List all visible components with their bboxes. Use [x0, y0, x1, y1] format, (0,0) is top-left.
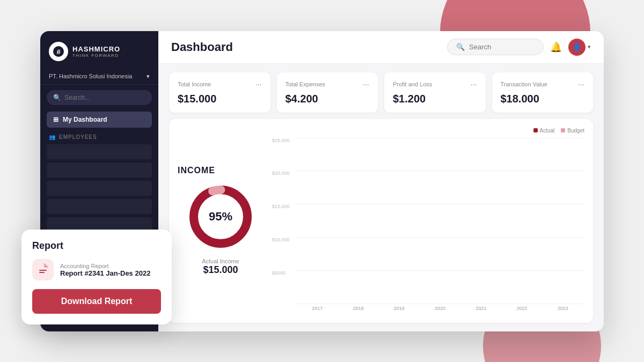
x-label-2023: 2023 [544, 306, 582, 314]
svg-rect-6 [39, 272, 45, 273]
report-item: Accounting Report Report #2341 Jan-Des 2… [32, 259, 161, 280]
logo-name: HASHMICRO [72, 45, 120, 53]
search-icon: 🔍 [53, 94, 61, 101]
stat-more-0[interactable]: ··· [255, 80, 262, 88]
legend-budget-dot [561, 128, 565, 132]
dashboard-icon: ⊞ [53, 116, 58, 123]
y-label-25k: $25,000 [272, 138, 292, 143]
y-label-10k: $10,000 [272, 237, 292, 242]
company-name: PT. Hashmicro Solusi Indonesia [49, 73, 132, 79]
actual-income-label: Actual Income [202, 258, 239, 264]
stat-header-3: Transaction Value ··· [501, 80, 585, 88]
logo-icon: # [49, 42, 68, 61]
x-label-2018: 2018 [339, 306, 377, 314]
header-search-input[interactable] [469, 43, 535, 51]
sidebar-menu-item-4[interactable] [47, 199, 152, 214]
stat-more-2[interactable]: ··· [471, 80, 477, 88]
report-card-title: Report [32, 240, 161, 252]
svg-text:#: # [56, 48, 61, 56]
employees-section: 👥 EMPLOYEES [40, 134, 158, 235]
legend-budget-label: Budget [567, 128, 584, 134]
sidebar-menu-item-1[interactable] [47, 144, 152, 159]
donut-chart: 95% [186, 182, 255, 252]
sidebar-search-box[interactable]: 🔍 [47, 90, 152, 105]
header-right: 🔍 🔔 👤 ▾ [447, 39, 591, 56]
sidebar-logo: # HASHMICRO THINK FORWARD [40, 31, 158, 69]
income-bar-chart: Actual Budget $25,000 $20,000 $15,000 [272, 128, 584, 314]
stat-header-1: Total Expenses ··· [286, 80, 370, 88]
stat-value-0: $15.000 [178, 93, 262, 105]
sidebar-search-input[interactable] [64, 94, 145, 101]
x-label-2022: 2022 [502, 306, 541, 314]
logo-text: HASHMICRO THINK FORWARD [72, 45, 120, 58]
report-name: Report #2341 Jan-Des 2022 [60, 269, 150, 277]
stat-label-1: Total Expenses [286, 81, 326, 87]
stat-card-2: Profit and Loss ··· $1.200 [384, 72, 486, 113]
employees-label: 👥 EMPLOYEES [47, 134, 152, 140]
income-section: INCOME 95% Actual Inc [169, 119, 593, 323]
stat-card-3: Transaction Value ··· $18.000 [492, 72, 594, 113]
x-label-2019: 2019 [380, 306, 419, 314]
chevron-down-icon: ▾ [147, 73, 150, 80]
stats-row: Total Income ··· $15.000 Total Expenses … [158, 64, 604, 119]
x-label-2021: 2021 [462, 306, 500, 314]
page-title: Dashboard [171, 40, 233, 54]
stat-header-0: Total Income ··· [178, 80, 262, 88]
header: Dashboard 🔍 🔔 👤 ▾ [158, 31, 604, 64]
bell-icon[interactable]: 🔔 [550, 41, 562, 53]
chart-area: $25,000 $20,000 $15,000 $10,000 $5000 [272, 138, 584, 314]
search-icon: 🔍 [456, 43, 465, 51]
avatar: 👤 [568, 39, 586, 56]
stat-more-1[interactable]: ··· [363, 80, 369, 88]
stat-header-2: Profit and Loss ··· [393, 80, 477, 88]
stat-card-0: Total Income ··· $15.000 [169, 72, 270, 113]
stat-value-1: $4.200 [286, 93, 370, 105]
y-label-20k: $20,000 [272, 171, 292, 176]
sidebar-menu-item-3[interactable] [47, 181, 152, 196]
sidebar-menu-item-2[interactable] [47, 162, 152, 178]
logo-tagline: THINK FORWARD [72, 53, 120, 58]
report-file-icon [32, 259, 54, 280]
donut-percent: 95% [209, 210, 232, 224]
report-info: Accounting Report Report #2341 Jan-Des 2… [60, 263, 150, 277]
employees-icon: 👥 [49, 134, 56, 140]
legend-actual-label: Actual [540, 128, 555, 134]
company-selector[interactable]: PT. Hashmicro Solusi Indonesia ▾ [40, 69, 158, 85]
user-menu[interactable]: 👤 ▾ [568, 39, 591, 56]
report-type: Accounting Report [60, 263, 150, 269]
actual-income-value: $15.000 [203, 264, 238, 276]
income-title: INCOME [178, 166, 215, 175]
my-dashboard-label: My Dashboard [63, 116, 107, 123]
stat-label-3: Transaction Value [501, 81, 547, 87]
my-dashboard-item[interactable]: ⊞ My Dashboard [47, 112, 152, 128]
stat-label-2: Profit and Loss [393, 81, 432, 87]
y-label-5k: $5000 [272, 270, 292, 276]
user-chevron-down-icon: ▾ [588, 43, 591, 50]
main-content: Dashboard 🔍 🔔 👤 ▾ Total Income ··· [158, 31, 604, 331]
x-label-2020: 2020 [421, 306, 459, 314]
stat-label-0: Total Income [178, 81, 211, 87]
legend-budget: Budget [561, 128, 584, 134]
stat-card-1: Total Expenses ··· $4.200 [277, 72, 378, 113]
chart-legend: Actual Budget [272, 128, 584, 134]
income-left: INCOME 95% Actual Inc [178, 128, 264, 314]
y-label-15k: $15,000 [272, 204, 292, 209]
stat-value-2: $1.200 [393, 93, 477, 105]
legend-actual: Actual [533, 128, 555, 134]
stat-more-3[interactable]: ··· [578, 80, 584, 88]
donut-center: 95% [209, 210, 232, 224]
download-report-button[interactable]: Download Report [32, 289, 161, 314]
x-label-2017: 2017 [298, 306, 336, 314]
report-card: Report Accounting Report Report #2341 Ja… [21, 230, 172, 324]
header-search-bar[interactable]: 🔍 [447, 39, 544, 55]
stat-value-3: $18.000 [501, 93, 585, 105]
svg-rect-5 [39, 270, 47, 271]
legend-actual-dot [533, 128, 538, 132]
